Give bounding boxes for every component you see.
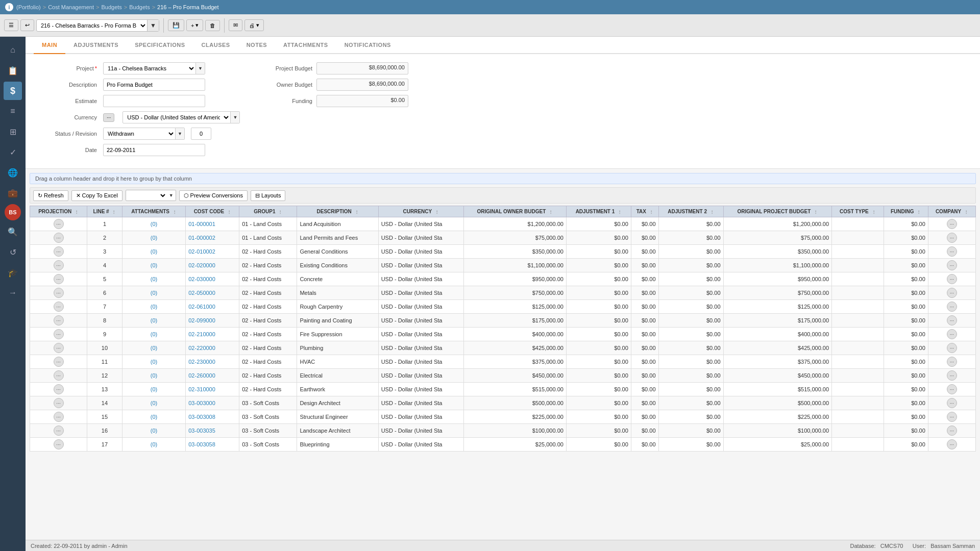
row-proj-menu[interactable]: ··· [54,302,64,312]
breadcrumb-portfolio[interactable]: (Portfolio) [16,4,41,10]
row-code[interactable]: 03-003008 [186,410,239,424]
delete-button[interactable]: 🗑 [205,20,220,31]
table-row[interactable]: ··· 3 (0) 02-010002 02 - Hard Costs Gene… [30,245,976,259]
sidebar-dollar-icon[interactable]: $ [4,82,22,100]
row-code[interactable]: 02-010002 [186,245,239,259]
row-proj-menu[interactable]: ··· [54,219,64,229]
sidebar-document-icon[interactable]: 📋 [4,61,22,80]
row-code[interactable]: 01-000001 [186,217,239,231]
row-company-menu[interactable]: ··· [928,286,975,300]
row-attachments[interactable]: (0) [122,383,185,396]
row-proj-menu[interactable]: ··· [54,425,64,436]
row-proj-menu[interactable]: ··· [54,260,64,270]
estimate-input[interactable] [103,95,205,107]
row-code[interactable]: 02-260000 [186,369,239,383]
row-attachments[interactable]: (0) [122,424,185,438]
layouts-button[interactable]: ⊟ Layouts [251,190,286,201]
row-code[interactable]: 02-220000 [186,341,239,355]
row-attachments[interactable]: (0) [122,410,185,424]
currency-more-button[interactable]: ··· [103,113,114,122]
sidebar-search-icon[interactable]: 🔍 [4,222,22,241]
table-row[interactable]: ··· 4 (0) 02-020000 02 - Hard Costs Exis… [30,259,976,272]
row-company-menu[interactable]: ··· [928,259,975,272]
table-row[interactable]: ··· 6 (0) 02-050000 02 - Hard Costs Meta… [30,286,976,300]
table-row[interactable]: ··· 2 (0) 01-000002 01 - Land Costs Land… [30,231,976,245]
row-proj-menu[interactable]: ··· [54,398,64,408]
row-company-menu[interactable]: ··· [928,300,975,314]
tab-notifications[interactable]: NOTIFICATIONS [336,37,399,54]
tab-adjustments[interactable]: ADJUSTMENTS [65,37,127,54]
status-select[interactable]: Withdrawn [104,129,175,138]
status-dropdown-arrow[interactable]: ▼ [175,128,184,139]
table-row[interactable]: ··· 12 (0) 02-260000 02 - Hard Costs Ele… [30,369,976,383]
table-row[interactable]: ··· 7 (0) 02-061000 02 - Hard Costs Roug… [30,300,976,314]
row-code[interactable]: 03-003000 [186,396,239,410]
menu-button[interactable]: ☰ [4,19,18,31]
row-attachments[interactable]: (0) [122,355,185,369]
sidebar-history-icon[interactable]: ↺ [4,243,22,261]
save-button[interactable]: 💾 [168,19,184,31]
row-company-menu[interactable]: ··· [928,341,975,355]
row-company-menu[interactable]: ··· [928,328,975,341]
table-row[interactable]: ··· 1 (0) 01-000001 01 - Land Costs Land… [30,217,976,231]
row-proj-menu[interactable]: ··· [54,233,64,243]
refresh-button[interactable]: ↻ Refresh [33,190,68,201]
sidebar-school-icon[interactable]: 🎓 [4,263,22,282]
row-attachments[interactable]: (0) [122,341,185,355]
row-code[interactable]: 02-310000 [186,383,239,396]
row-proj-menu[interactable]: ··· [54,274,64,284]
breadcrumb-cost-management[interactable]: Cost Management [48,4,94,10]
row-attachments[interactable]: (0) [122,259,185,272]
tab-main[interactable]: MAIN [34,37,65,54]
row-company-menu[interactable]: ··· [928,410,975,424]
row-company-menu[interactable]: ··· [928,272,975,286]
row-company-menu[interactable]: ··· [928,245,975,259]
row-company-menu[interactable]: ··· [928,383,975,396]
row-code[interactable]: 02-061000 [186,300,239,314]
row-proj-menu[interactable]: ··· [54,370,64,381]
row-proj-menu[interactable]: ··· [54,412,64,422]
row-attachments[interactable]: (0) [122,328,185,341]
table-row[interactable]: ··· 15 (0) 03-003008 03 - Soft Costs Str… [30,410,976,424]
sidebar-arrow-icon[interactable]: → [4,284,22,302]
row-proj-menu[interactable]: ··· [54,439,64,449]
row-code[interactable]: 02-230000 [186,355,239,369]
breadcrumb-budgets2[interactable]: Budgets [129,4,150,10]
row-company-menu[interactable]: ··· [928,369,975,383]
row-proj-menu[interactable]: ··· [54,329,64,339]
row-attachments[interactable]: (0) [122,286,185,300]
back-button[interactable]: ↩ [20,19,34,31]
row-attachments[interactable]: (0) [122,300,185,314]
print-button[interactable]: 🖨▾ [244,19,264,31]
layout-select[interactable] [126,190,167,201]
revision-input[interactable] [191,128,211,140]
currency-select[interactable]: USD - Dollar (United States of America) [123,113,230,122]
sidebar-list-icon[interactable]: ≡ [4,102,22,120]
row-company-menu[interactable]: ··· [928,424,975,438]
project-select[interactable]: 11a - Chelsea Barracks [104,64,195,73]
row-code[interactable]: 02-210000 [186,328,239,341]
table-row[interactable]: ··· 16 (0) 03-003035 03 - Soft Costs Lan… [30,424,976,438]
row-attachments[interactable]: (0) [122,396,185,410]
table-row[interactable]: ··· 11 (0) 02-230000 02 - Hard Costs HVA… [30,355,976,369]
table-row[interactable]: ··· 17 (0) 03-003058 03 - Soft Costs Blu… [30,438,976,452]
row-company-menu[interactable]: ··· [928,217,975,231]
row-company-menu[interactable]: ··· [928,396,975,410]
row-code[interactable]: 02-020000 [186,259,239,272]
tab-attachments[interactable]: ATTACHMENTS [275,37,336,54]
currency-dropdown-arrow[interactable]: ▼ [230,112,239,123]
description-input[interactable] [103,79,205,91]
row-proj-menu[interactable]: ··· [54,343,64,353]
row-attachments[interactable]: (0) [122,217,185,231]
row-code[interactable]: 02-030000 [186,272,239,286]
row-attachments[interactable]: (0) [122,438,185,452]
row-attachments[interactable]: (0) [122,231,185,245]
document-dropdown-button[interactable]: ▼ [147,20,159,31]
row-proj-menu[interactable]: ··· [54,384,64,394]
project-dropdown-arrow[interactable]: ▼ [195,63,205,74]
row-company-menu[interactable]: ··· [928,438,975,452]
row-proj-menu[interactable]: ··· [54,246,64,257]
row-code[interactable]: 03-003058 [186,438,239,452]
breadcrumb-budgets1[interactable]: Budgets [101,4,121,10]
row-attachments[interactable]: (0) [122,272,185,286]
